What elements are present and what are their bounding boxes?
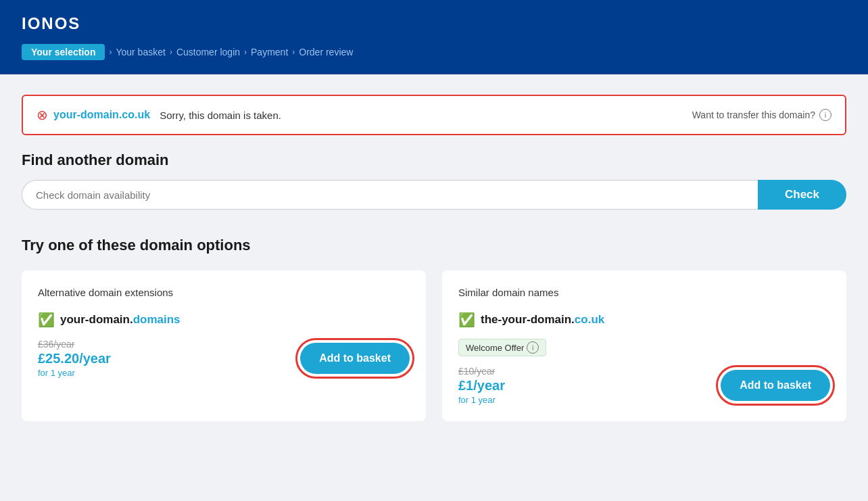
breadcrumb-payment[interactable]: Payment	[251, 47, 288, 57]
domain-cards: Alternative domain extensions ✅ your-dom…	[22, 270, 846, 421]
alternative-old-price: £36/year	[38, 339, 111, 350]
find-domain-title: Find another domain	[22, 151, 846, 169]
transfer-text: Want to transfer this domain?	[692, 110, 815, 120]
alternative-domain-ext: domains	[133, 313, 180, 326]
search-row: Check	[22, 180, 846, 210]
available-check-icon-2: ✅	[458, 312, 475, 328]
similar-domain-available: ✅ the-your-domain.co.uk	[458, 312, 830, 328]
domain-taken-message: Sorry, this domain is taken.	[160, 110, 281, 121]
alternative-new-price: £25.20/year	[38, 351, 111, 366]
transfer-info-icon[interactable]: i	[819, 109, 831, 121]
alternative-domain-name: your-domain.domains	[60, 313, 180, 327]
breadcrumb: Your selection › Your basket › Customer …	[22, 44, 846, 60]
similar-domain-ext: co.uk	[575, 313, 604, 326]
main-content: ⊗ your-domain.co.uk Sorry, this domain i…	[0, 74, 868, 442]
alternative-price-period: for 1 year	[38, 368, 111, 378]
transfer-link[interactable]: Want to transfer this domain? i	[692, 109, 831, 121]
welcome-offer-badge: Welcome Offer i	[458, 339, 546, 356]
similar-card-title: Similar domain names	[458, 287, 830, 298]
alternative-card-title: Alternative domain extensions	[38, 287, 410, 298]
add-basket-button-1[interactable]: Add to basket	[300, 343, 410, 374]
alternative-price-info: £36/year £25.20/year for 1 year	[38, 339, 111, 378]
error-circle-icon: ⊗	[37, 107, 48, 123]
check-domain-button[interactable]: Check	[758, 180, 846, 210]
alternative-price-section: £36/year £25.20/year for 1 year Add to b…	[38, 339, 410, 378]
breadcrumb-your-basket[interactable]: Your basket	[116, 47, 165, 57]
breadcrumb-customer-login[interactable]: Customer login	[176, 47, 240, 57]
similar-price-info: £10/year £1/year for 1 year	[458, 366, 505, 405]
domain-search-input[interactable]	[22, 180, 758, 210]
breadcrumb-sep-4: ›	[292, 47, 295, 57]
breadcrumb-sep-3: ›	[244, 47, 247, 57]
domain-options-title: Try one of these domain options	[22, 237, 846, 254]
ionos-logo: IONOS	[22, 14, 846, 33]
breadcrumb-your-selection[interactable]: Your selection	[22, 44, 105, 60]
breadcrumb-sep-2: ›	[170, 47, 172, 57]
similar-price-section: £10/year £1/year for 1 year Add to baske…	[458, 366, 830, 405]
similar-price-period: for 1 year	[458, 395, 505, 405]
domain-taken-card: ⊗ your-domain.co.uk Sorry, this domain i…	[22, 95, 846, 135]
header: IONOS Your selection › Your basket › Cus…	[0, 0, 868, 74]
similar-old-price: £10/year	[458, 366, 505, 377]
alternative-domain-available: ✅ your-domain.domains	[38, 312, 410, 328]
welcome-info-icon[interactable]: i	[527, 341, 539, 354]
breadcrumb-sep-1: ›	[109, 47, 112, 57]
domain-card-alternative: Alternative domain extensions ✅ your-dom…	[22, 270, 426, 421]
domain-card-similar: Similar domain names ✅ the-your-domain.c…	[442, 270, 846, 421]
similar-new-price: £1/year	[458, 378, 505, 393]
taken-domain-name: your-domain.co.uk	[53, 109, 150, 121]
breadcrumb-order-review[interactable]: Order review	[299, 47, 353, 57]
add-basket-button-2[interactable]: Add to basket	[721, 370, 830, 401]
similar-domain-name: the-your-domain.co.uk	[481, 313, 604, 327]
domain-taken-left: ⊗ your-domain.co.uk Sorry, this domain i…	[37, 107, 281, 123]
available-check-icon-1: ✅	[38, 312, 55, 328]
